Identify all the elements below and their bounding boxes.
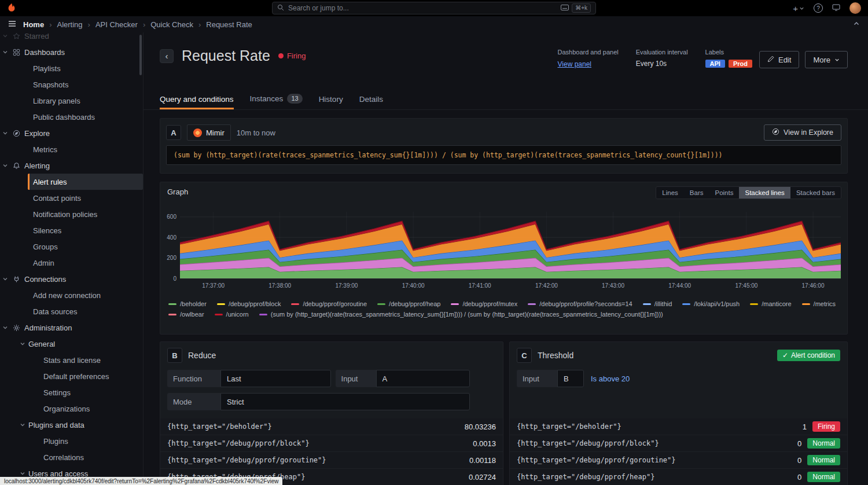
series-color-marker bbox=[217, 303, 225, 305]
sidebar-item-playlists[interactable]: Playlists bbox=[28, 60, 143, 76]
reduce-panel: B Reduce Function Last Input A Mode Stri… bbox=[160, 341, 503, 485]
sidebar-item-admin[interactable]: Admin bbox=[28, 255, 143, 271]
sidebar-item-organizations[interactable]: Organizations bbox=[38, 401, 143, 417]
legend-item[interactable]: /manticore bbox=[750, 300, 791, 307]
sidebar-item-contact-points[interactable]: Contact points bbox=[28, 190, 143, 206]
legend-item[interactable]: /debug/pprof/goroutine bbox=[291, 300, 367, 307]
sidebar-item-administration[interactable]: Administration bbox=[0, 319, 143, 336]
hamburger-menu-icon[interactable] bbox=[8, 20, 16, 29]
header-meta: Dashboard and panel View panel Evaluatio… bbox=[558, 49, 753, 68]
legend-item[interactable]: /unicorn bbox=[215, 311, 249, 318]
legend-item[interactable]: /beholder bbox=[168, 300, 207, 307]
search-input[interactable]: Search or jump to... ⌘+k bbox=[272, 2, 596, 14]
tab-history[interactable]: History bbox=[319, 95, 343, 109]
more-button[interactable]: More bbox=[805, 51, 848, 68]
threshold-condition[interactable]: Is above 20 bbox=[591, 374, 630, 383]
sidebar-item-groups[interactable]: Groups bbox=[28, 238, 143, 255]
add-button[interactable]: + bbox=[793, 3, 804, 13]
sidebar-item-notification-policies[interactable]: Notification policies bbox=[28, 206, 143, 222]
legend-item[interactable]: /loki/api/v1/push bbox=[682, 300, 740, 307]
chevron-down-icon bbox=[2, 161, 8, 170]
tab-instances[interactable]: Instances13 bbox=[250, 94, 303, 109]
legend-item[interactable]: /illithid bbox=[643, 300, 672, 307]
help-icon[interactable]: ? bbox=[814, 3, 823, 13]
view-panel-link[interactable]: View panel bbox=[558, 60, 592, 68]
sidebar-item-silences[interactable]: Silences bbox=[28, 222, 143, 238]
mode-select[interactable]: Strict bbox=[220, 393, 470, 410]
query-expression[interactable]: (sum by (http_target)(rate(traces_spanme… bbox=[166, 145, 841, 165]
user-avatar[interactable] bbox=[849, 2, 861, 14]
connections-icon bbox=[12, 275, 21, 283]
monitor-icon[interactable] bbox=[832, 4, 840, 13]
breadcrumb-alerting[interactable]: Alerting bbox=[57, 20, 82, 29]
state-pill: Normal bbox=[807, 455, 840, 465]
time-range[interactable]: 10m to now bbox=[237, 128, 275, 137]
sidebar-item-alert-rules[interactable]: Alert rules bbox=[28, 174, 143, 190]
legend-item[interactable]: /debug/pprof/mutex bbox=[451, 300, 517, 307]
legend-item[interactable]: (sum by (http_target)(rate(traces_spanme… bbox=[259, 311, 663, 318]
svg-text:17:42:00: 17:42:00 bbox=[535, 282, 558, 289]
legend-item[interactable]: /debug/pprof/block bbox=[217, 300, 281, 307]
mode-bars[interactable]: Bars bbox=[684, 187, 709, 199]
sidebar-item-public-dashboards[interactable]: Public dashboards bbox=[28, 109, 143, 125]
sidebar-item-add-new-connection[interactable]: Add new connection bbox=[28, 287, 143, 303]
series-color-marker bbox=[643, 303, 651, 305]
state-pill: Normal bbox=[807, 472, 840, 482]
function-label: Function bbox=[167, 370, 220, 387]
breadcrumb-api-checker[interactable]: API Checker bbox=[95, 20, 138, 29]
alert-state: Firing bbox=[278, 52, 306, 60]
browser-status-url: localhost:3000/alerting/cdkbl405rk740f/e… bbox=[0, 477, 282, 485]
input-select[interactable]: A bbox=[376, 370, 470, 387]
sidebar-item-general[interactable]: General bbox=[20, 336, 143, 352]
svg-text:17:41:00: 17:41:00 bbox=[469, 282, 491, 289]
mode-lines[interactable]: Lines bbox=[656, 187, 684, 199]
sidebar-item-library-panels[interactable]: Library panels bbox=[28, 93, 143, 109]
sidebar-item-stats-and-license[interactable]: Stats and license bbox=[38, 352, 143, 368]
legend-item[interactable]: /owlbear bbox=[168, 311, 204, 318]
back-button[interactable]: ‹ bbox=[160, 49, 174, 63]
sidebar-item-settings[interactable]: Settings bbox=[38, 384, 143, 401]
breadcrumb-request-rate: Request Rate bbox=[206, 20, 252, 29]
sidebar-item-starred[interactable]: Starred bbox=[0, 32, 143, 44]
sidebar-item-default-preferences[interactable]: Default preferences bbox=[38, 368, 143, 384]
threshold-ref-badge: C bbox=[517, 348, 532, 363]
threshold-result-row: {http_target="/debug/pprof/block"}0Norma… bbox=[510, 435, 847, 452]
legend-item[interactable]: /debug/pprof/heap bbox=[377, 300, 440, 307]
check-icon: ✓ bbox=[782, 351, 788, 359]
search-placeholder: Search or jump to... bbox=[288, 4, 349, 12]
threshold-result-row: {http_target="/debug/pprof/goroutine"}0N… bbox=[510, 452, 847, 469]
breadcrumb-home[interactable]: Home bbox=[23, 20, 44, 29]
chevron-up-icon[interactable] bbox=[853, 20, 860, 29]
sidebar-item-dashboards[interactable]: Dashboards bbox=[0, 44, 143, 60]
legend-item[interactable]: /debug/pprof/profile?seconds=14 bbox=[528, 300, 632, 307]
mode-points[interactable]: Points bbox=[709, 187, 740, 199]
breadcrumb-quick-check[interactable]: Quick Check bbox=[150, 20, 193, 29]
function-select[interactable]: Last bbox=[220, 370, 331, 387]
threshold-input-select[interactable]: B bbox=[557, 370, 584, 387]
sidebar-item-plugins[interactable]: Plugins bbox=[38, 433, 143, 449]
edit-button[interactable]: Edit bbox=[759, 51, 799, 68]
sidebar-item-explore[interactable]: Explore bbox=[0, 125, 143, 141]
mode-stacked-lines[interactable]: Stacked lines bbox=[739, 187, 790, 199]
sidebar-item-alerting[interactable]: Alerting bbox=[0, 157, 143, 174]
mode-label: Mode bbox=[167, 393, 220, 410]
pencil-icon bbox=[767, 56, 774, 64]
breadcrumb-bar: Home › Alerting › API Checker › Quick Ch… bbox=[0, 16, 868, 32]
svg-text:400: 400 bbox=[167, 234, 176, 241]
legend-item[interactable]: /metrics bbox=[802, 300, 836, 307]
series-color-marker bbox=[528, 303, 536, 305]
series-color-marker bbox=[377, 303, 385, 305]
tab-details[interactable]: Details bbox=[359, 95, 383, 109]
sidebar-scrollbar[interactable] bbox=[139, 35, 142, 75]
sidebar-item-connections[interactable]: Connections bbox=[0, 271, 143, 287]
sidebar-item-plugins-and-data[interactable]: Plugins and data bbox=[20, 417, 143, 433]
sidebar-item-metrics[interactable]: Metrics bbox=[28, 141, 143, 157]
sidebar-item-snapshots[interactable]: Snapshots bbox=[28, 76, 143, 93]
datasource-picker[interactable]: Mimir bbox=[187, 124, 231, 141]
view-in-explore-button[interactable]: View in Explore bbox=[764, 124, 841, 141]
tab-query-and-conditions[interactable]: Query and conditions bbox=[160, 95, 234, 109]
sidebar-item-data-sources[interactable]: Data sources bbox=[28, 303, 143, 319]
time-series-chart[interactable]: 17:37:0017:38:0017:39:0017:40:0017:41:00… bbox=[163, 201, 845, 298]
mode-stacked-bars[interactable]: Stacked bars bbox=[790, 187, 841, 199]
sidebar-item-correlations[interactable]: Correlations bbox=[38, 449, 143, 465]
